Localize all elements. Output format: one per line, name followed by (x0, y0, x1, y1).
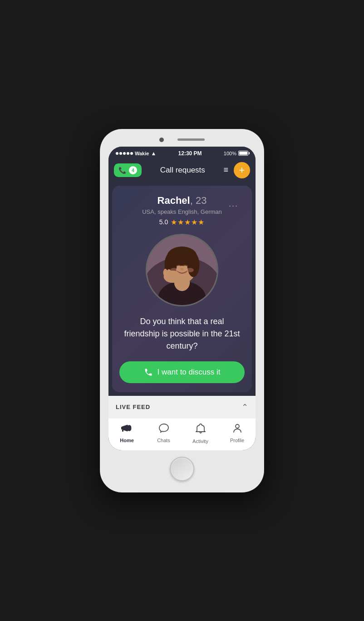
tab-profile-label: Profile (230, 438, 244, 443)
tab-chats[interactable]: Chats (145, 423, 182, 444)
home-button[interactable] (170, 457, 194, 481)
chevron-up-icon: ⌃ (241, 402, 248, 412)
svg-point-8 (187, 252, 200, 277)
phone-icon: 📞 (118, 167, 126, 174)
discuss-button[interactable]: I want to discuss it (119, 361, 245, 383)
tab-profile[interactable]: Profile (219, 423, 256, 444)
battery-container (238, 151, 248, 156)
status-left: Wakie ▲ (116, 150, 156, 157)
phone-call-icon (144, 368, 153, 377)
user-age: , 23 (190, 195, 207, 206)
status-time: 12:30 PM (178, 150, 202, 157)
user-name: Rachel, 23 (119, 195, 245, 207)
user-avatar[interactable] (146, 234, 218, 306)
activity-icon (196, 423, 206, 437)
profile-card: ··· Rachel, 23 USA, speaks English, Germ… (112, 186, 252, 392)
nav-title: Call requests (160, 166, 205, 175)
status-bar: Wakie ▲ 12:30 PM 100% (108, 147, 256, 158)
more-options-icon[interactable]: ··· (229, 201, 238, 211)
nav-right-icons: ≡ + (223, 162, 250, 178)
battery-percent: 100% (224, 151, 236, 156)
discussion-text: Do you think that a real friendship is p… (119, 315, 245, 352)
tab-chats-label: Chats (157, 438, 170, 443)
carrier-name: Wakie (135, 151, 149, 156)
card-content: ··· Rachel, 23 USA, speaks English, Germ… (119, 195, 245, 383)
badge-count: 4 (129, 166, 137, 174)
stars: ★★★★★ (171, 218, 205, 227)
signal-dot-5 (130, 152, 133, 155)
profile-icon (232, 423, 242, 436)
home-icon (121, 423, 133, 436)
phone-speaker (177, 138, 205, 141)
status-right: 100% (224, 151, 248, 156)
live-feed-label: LIVE FEED (116, 404, 150, 410)
live-feed-bar[interactable]: LIVE FEED ⌃ (108, 396, 256, 419)
tab-activity-label: Activity (192, 439, 208, 444)
svg-point-14 (163, 269, 168, 276)
svg-rect-15 (121, 427, 123, 429)
user-info: USA, speaks English, German (119, 208, 245, 215)
signal-dot-3 (123, 152, 126, 155)
battery-fill (239, 152, 247, 155)
add-button[interactable]: + (234, 162, 250, 178)
rating-row: 5.0 ★★★★★ (119, 218, 245, 227)
svg-point-9 (180, 268, 184, 271)
filter-icon[interactable]: ≡ (223, 165, 228, 175)
phone-screen: Wakie ▲ 12:30 PM 100% 📞 4 Call requests (108, 147, 256, 450)
nav-bar: 📞 4 Call requests ≡ + (108, 158, 256, 182)
svg-point-11 (186, 268, 194, 272)
signal-dot-4 (127, 152, 129, 155)
chats-icon (158, 423, 169, 436)
signal-dot-1 (116, 152, 118, 155)
phone-frame: Wakie ▲ 12:30 PM 100% 📞 4 Call requests (100, 129, 264, 492)
tab-home[interactable]: Home (108, 423, 145, 444)
wifi-icon: ▲ (151, 150, 156, 157)
tab-bar: Home Chats Activity (108, 419, 256, 450)
signal-dots (116, 152, 133, 155)
tab-home-label: Home (120, 438, 134, 443)
phone-camera (159, 138, 164, 142)
phone-top-bar (108, 138, 256, 142)
tab-activity[interactable]: Activity (182, 423, 219, 444)
battery-icon (238, 151, 248, 156)
rating-number: 5.0 (159, 218, 168, 226)
svg-rect-16 (122, 429, 123, 432)
svg-point-17 (236, 424, 239, 428)
signal-dot-2 (119, 152, 122, 155)
call-requests-badge[interactable]: 📞 4 (114, 163, 142, 177)
